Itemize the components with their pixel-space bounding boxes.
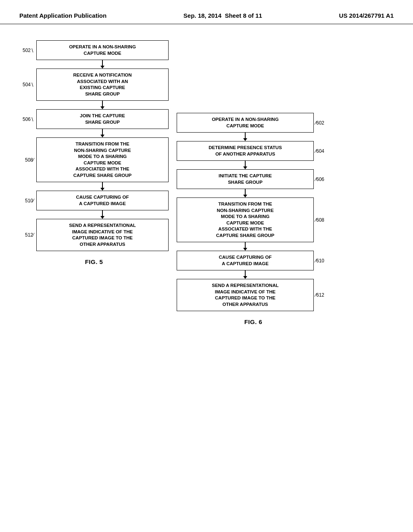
label-602: ∕602 (314, 120, 330, 126)
step-610-box: CAUSE CAPTURING OFA CAPTURED IMAGE (177, 251, 314, 270)
label-504: 504∖ (19, 82, 36, 87)
step-502-box-wrap: OPERATE IN A NON-SHARINGCAPTURE MODE (36, 40, 169, 60)
step-502-box: OPERATE IN A NON-SHARINGCAPTURE MODE (36, 40, 169, 60)
step-512-box: SEND A REPRESENTATIONALIMAGE INDICATIVE … (36, 219, 169, 251)
label-502: 502∖ (19, 48, 36, 53)
label-510: 510∕ (19, 198, 36, 204)
step-502-row: 502∖ OPERATE IN A NON-SHARINGCAPTURE MOD… (19, 40, 169, 60)
label-612: ∕612 (314, 292, 330, 298)
fig5-container: 502∖ OPERATE IN A NON-SHARINGCAPTURE MOD… (19, 40, 169, 325)
step-508-box: TRANSITION FROM THENON-SHARING CAPTUREMO… (36, 137, 169, 182)
step-608-row: TRANSITION FROM THENON-SHARING CAPTUREMO… (177, 197, 330, 242)
step-508-row: 508∕ TRANSITION FROM THENON-SHARING CAPT… (19, 137, 169, 182)
label-608: ∕608 (314, 217, 330, 223)
fig6-caption: FIG. 6 (244, 318, 263, 325)
step-612-box: SEND A REPRESENTATIONALIMAGE INDICATIVE … (177, 279, 314, 311)
label-508: 508∕ (19, 157, 36, 163)
step-510-box: CAUSE CAPTURING OFA CAPTURED IMAGE (36, 191, 169, 210)
fig6-container: OPERATE IN A NON-SHARINGCAPTURE MODE ∕60… (177, 113, 330, 325)
main-content: 502∖ OPERATE IN A NON-SHARINGCAPTURE MOD… (0, 24, 413, 341)
arrow-502-504 (19, 60, 169, 69)
step-506-box-wrap: JOIN THE CAPTURESHARE GROUP (36, 109, 169, 129)
label-604: ∕604 (314, 148, 330, 154)
label-512: 512∕ (19, 232, 36, 238)
arrow-506-508 (19, 129, 169, 137)
step-510-box-wrap: CAUSE CAPTURING OFA CAPTURED IMAGE (36, 191, 169, 210)
arrow-510-512 (19, 210, 169, 219)
step-608-box: TRANSITION FROM THENON-SHARING CAPTUREMO… (177, 197, 314, 242)
step-610-row: CAUSE CAPTURING OFA CAPTURED IMAGE ∕610 (177, 251, 330, 270)
step-606-row: INITIATE THE CAPTURESHARE GROUP ∕606 (177, 169, 330, 189)
step-504-box: RECEIVE A NOTIFICATIONASSOCIATED WITH AN… (36, 69, 169, 101)
step-608-box-wrap: TRANSITION FROM THENON-SHARING CAPTUREMO… (177, 197, 314, 242)
step-606-box: INITIATE THE CAPTURESHARE GROUP (177, 169, 314, 189)
step-606-box-wrap: INITIATE THE CAPTURESHARE GROUP (177, 169, 314, 189)
arrow-604-606 (177, 161, 330, 169)
arrow-606-608 (177, 189, 330, 197)
publication-number: US 2014/267791 A1 (339, 11, 394, 20)
step-604-row: DETERMINE PRESENCE STATUSOF ANOTHER APPA… (177, 141, 330, 161)
publication-title: Patent Application Publication (19, 11, 106, 20)
step-612-box-wrap: SEND A REPRESENTATIONALIMAGE INDICATIVE … (177, 279, 314, 311)
arrow-508-510 (19, 182, 169, 191)
step-602-box: OPERATE IN A NON-SHARINGCAPTURE MODE (177, 113, 314, 133)
arrow-610-612 (177, 270, 330, 279)
step-504-row: 504∖ RECEIVE A NOTIFICATIONASSOCIATED WI… (19, 69, 169, 101)
fig5-caption: FIG. 5 (85, 258, 103, 265)
step-506-box: JOIN THE CAPTURESHARE GROUP (36, 109, 169, 129)
step-504-box-wrap: RECEIVE A NOTIFICATIONASSOCIATED WITH AN… (36, 69, 169, 101)
step-506-row: 506∖ JOIN THE CAPTURESHARE GROUP (19, 109, 169, 129)
step-602-row: OPERATE IN A NON-SHARINGCAPTURE MODE ∕60… (177, 113, 330, 133)
publication-date-sheet: Sep. 18, 2014 Sheet 8 of 11 (184, 11, 262, 20)
step-604-box: DETERMINE PRESENCE STATUSOF ANOTHER APPA… (177, 141, 314, 161)
step-610-box-wrap: CAUSE CAPTURING OFA CAPTURED IMAGE (177, 251, 314, 270)
step-508-box-wrap: TRANSITION FROM THENON-SHARING CAPTUREMO… (36, 137, 169, 182)
arrow-504-506 (19, 101, 169, 109)
label-606: ∕606 (314, 177, 330, 182)
step-602-box-wrap: OPERATE IN A NON-SHARINGCAPTURE MODE (177, 113, 314, 133)
step-510-row: 510∕ CAUSE CAPTURING OFA CAPTURED IMAGE (19, 191, 169, 210)
label-610: ∕610 (314, 258, 330, 264)
arrow-602-604 (177, 133, 330, 141)
step-604-box-wrap: DETERMINE PRESENCE STATUSOF ANOTHER APPA… (177, 141, 314, 161)
step-512-row: 512∕ SEND A REPRESENTATIONALIMAGE INDICA… (19, 219, 169, 251)
step-612-row: SEND A REPRESENTATIONALIMAGE INDICATIVE … (177, 279, 330, 311)
step-512-box-wrap: SEND A REPRESENTATIONALIMAGE INDICATIVE … (36, 219, 169, 251)
page-header: Patent Application Publication Sep. 18, … (0, 0, 413, 24)
label-506: 506∖ (19, 116, 36, 122)
arrow-608-610 (177, 242, 330, 251)
